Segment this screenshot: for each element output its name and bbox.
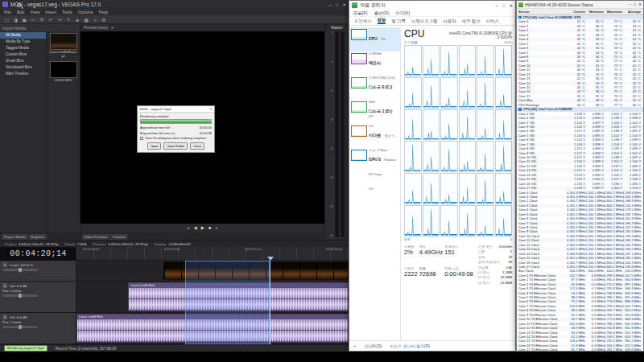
timecode-display[interactable]: 00:04:20;14: [0, 247, 76, 261]
close-icon[interactable]: ✕: [209, 107, 213, 111]
column-current[interactable]: Current: [567, 10, 585, 14]
timeline-ruler[interactable]: 00:04:15;0000:04:20;0000:04:25;0000:04:3…: [76, 247, 349, 261]
close-on-complete-checkbox[interactable]: Close this dialog box when rendering com…: [140, 137, 212, 140]
task-manager-menu-item[interactable]: 파일(F): [353, 10, 368, 16]
render-dialog-button[interactable]: Open Folder: [163, 142, 188, 150]
column-maximum[interactable]: Maximum: [604, 10, 622, 14]
media-clip[interactable]: Loose LmdH Mult.mp4: [50, 33, 77, 59]
tab-서비스[interactable]: 서비스: [486, 19, 499, 24]
vegas-toolbar-icon[interactable]: ▣: [21, 17, 27, 23]
transport-button[interactable]: «: [188, 225, 190, 230]
import-media-button[interactable]: Import Media: [2, 26, 26, 31]
sidebar-item[interactable]: 디스크 1 (D:) 0%: [349, 100, 400, 124]
tab-시작프로그램[interactable]: 시작프로그램: [411, 19, 437, 24]
preview-tab[interactable]: Trimmer: [110, 234, 128, 240]
close-icon[interactable]: ✕: [638, 2, 642, 6]
vegas-titlebar[interactable]: MON - vegas17.veg - VEGAS Pro 17.0 ─ □ ✕: [0, 0, 349, 9]
preview-tab[interactable]: Video Preview: [82, 234, 109, 240]
checkbox-icon[interactable]: [140, 137, 143, 140]
video-track-header[interactable]: 1 Level: 100.0 %: [0, 261, 76, 281]
vegas-menu-item[interactable]: Options: [78, 10, 93, 14]
open-resource-monitor-link[interactable]: 리소스 모니터 열기(R): [390, 343, 430, 348]
transport-button[interactable]: ■: [208, 225, 211, 230]
media-bin-item[interactable]: Media By Type: [0, 39, 46, 45]
task-manager-titlebar[interactable]: 작업 관리자 ─ □ ✕: [349, 1, 515, 10]
close-icon[interactable]: ✕: [342, 2, 346, 7]
vegas-toolbar-icon[interactable]: ⧉: [39, 17, 45, 23]
fewer-details-toggle[interactable]: 간단히(D): [364, 343, 382, 348]
render-dialog-titlebar[interactable]: 100% - vegas17.mp4 ✕: [138, 106, 214, 113]
media-bin-item[interactable]: Tagged Media: [0, 45, 46, 51]
vegas-toolbar-icon[interactable]: ↶: [47, 17, 54, 23]
maximize-icon[interactable]: □: [336, 2, 338, 7]
chevron-down-icon[interactable]: ▾: [111, 26, 113, 30]
transport-button[interactable]: »: [215, 225, 217, 230]
audio-track-1-header[interactable]: 2 Vol: 0.0 dB Pan: Center: [0, 282, 76, 312]
vegas-toolbar-icon[interactable]: ▦: [83, 17, 89, 23]
tab-세부 정보[interactable]: 세부 정보: [462, 19, 481, 24]
tab-성능[interactable]: 성능: [378, 17, 386, 24]
preview-quality-dropdown[interactable]: Preview (Auto): [84, 26, 108, 30]
media-bin-item[interactable]: Storyboard Bins: [0, 64, 46, 71]
vegas-toolbar-icon[interactable]: ◈: [74, 17, 80, 23]
timeline-selection[interactable]: [185, 261, 270, 344]
tab-사용자[interactable]: 사용자: [443, 19, 456, 24]
media-bin-item[interactable]: Custom Bins: [0, 51, 46, 58]
column-minimum[interactable]: Minimum: [585, 10, 604, 14]
sensor-row[interactable]: Core 17 T0 Effective Clock95.7 MHz0.6 MH…: [517, 348, 643, 352]
vegas-toolbar-icon[interactable]: ▢: [3, 17, 10, 23]
tab-프로세스[interactable]: 프로세스: [354, 19, 372, 24]
task-manager-footer: ∧ 간단히(D) 리소스 모니터 열기(R): [349, 340, 515, 351]
transport-button[interactable]: ◀: [194, 225, 197, 230]
media-panel-tab[interactable]: Explorer: [29, 234, 47, 240]
task-manager-menu-item[interactable]: 보기(V): [395, 10, 410, 16]
vegas-menu-item[interactable]: Insert: [45, 10, 56, 14]
hwinfo-titlebar[interactable]: HWiNFO64 v6.28-4200 Sensor Status ─ □ ✕: [517, 1, 643, 9]
vegas-toolbar-icon[interactable]: ◨: [12, 17, 19, 23]
media-bin-item[interactable]: All Media: [0, 32, 46, 39]
maximize-icon[interactable]: □: [634, 2, 636, 6]
vegas-toolbar-icon[interactable]: ↷: [56, 17, 63, 23]
vegas-menu-item[interactable]: File: [4, 10, 11, 14]
vegas-toolbar-icon[interactable]: ∿: [92, 17, 98, 23]
minimize-icon[interactable]: ─: [629, 2, 631, 6]
level-fader[interactable]: [2, 269, 38, 271]
meter-scale-tick: 0: [329, 31, 333, 35]
cpu-spec: L3 캐시: 24.8MB: [478, 281, 512, 286]
task-manager-menu-item[interactable]: 옵션(O): [374, 10, 390, 16]
task-manager-menubar: 파일(F)옵션(O)보기(V): [349, 10, 515, 17]
hwinfo-column-header[interactable]: Sensor Current Minimum Maximum Average: [517, 9, 643, 15]
close-icon[interactable]: ✕: [509, 3, 513, 8]
vegas-menu-item[interactable]: Edit: [17, 10, 24, 14]
playhead-cursor[interactable]: [270, 257, 270, 344]
sidebar-item[interactable]: 메모리 7.5/63.7GB (12%): [349, 51, 400, 76]
vegas-menu-item[interactable]: Tools: [62, 10, 72, 14]
media-clip[interactable]: C00192.MP4: [50, 61, 77, 83]
vegas-toolbar-icon[interactable]: ✂: [30, 17, 36, 23]
column-sensor[interactable]: Sensor: [518, 10, 567, 14]
column-average[interactable]: Average: [622, 10, 641, 14]
transport-button[interactable]: ▶: [201, 225, 204, 230]
tab-앱 기록[interactable]: 앱 기록: [391, 19, 406, 24]
sidebar-item[interactable]: CPU 2% 4.49GHz: [349, 27, 400, 51]
minimize-icon[interactable]: ─: [328, 2, 332, 7]
sidebar-item[interactable]: GPU 0 Radeon RX Vega 1%: [349, 148, 400, 172]
render-dialog-button[interactable]: Open: [147, 142, 162, 150]
media-bin-item[interactable]: Main Timeline: [0, 71, 46, 77]
maximize-icon[interactable]: □: [502, 3, 505, 8]
vegas-menu-item[interactable]: Help: [99, 10, 108, 14]
media-bin-item[interactable]: Smart Bins: [0, 58, 46, 64]
audio-track-2-header[interactable]: 3 Vol: 0.0 dB Pan: Center: [0, 313, 76, 343]
volume-fader[interactable]: [2, 326, 38, 328]
volume-fader[interactable]: [2, 294, 38, 297]
meter-scale-tick: -60: [329, 234, 333, 237]
vegas-toolbar-icon[interactable]: ⚙: [101, 17, 107, 23]
vegas-menu-item[interactable]: View: [30, 10, 39, 14]
minimize-icon[interactable]: ─: [495, 3, 498, 8]
sidebar-item[interactable]: 디스크 0 (C:) SSD 0%: [349, 76, 400, 100]
media-panel-tab[interactable]: Project Media: [2, 234, 28, 240]
sidebar-item[interactable]: 이더넷 송신: 0 수신: 0 Kbps: [349, 124, 400, 148]
vegas-toolbar-icon[interactable]: ≡: [65, 17, 72, 22]
playhead-marker[interactable]: [267, 257, 274, 261]
render-dialog-button[interactable]: Close: [190, 142, 204, 150]
